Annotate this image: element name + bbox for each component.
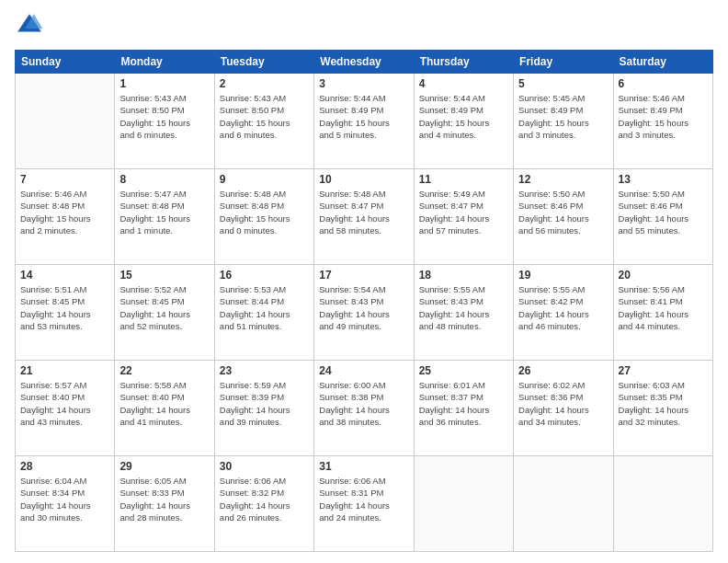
day-number: 16 — [220, 269, 309, 282]
day-number: 13 — [619, 173, 708, 186]
page: SundayMondayTuesdayWednesdayThursdayFrid… — [0, 0, 728, 563]
weekday-header: Friday — [514, 51, 613, 74]
day-number: 30 — [220, 460, 309, 473]
day-number: 22 — [119, 364, 209, 377]
weekday-header: Sunday — [16, 51, 115, 74]
calendar-cell: 22Sunrise: 5:58 AM Sunset: 8:40 PM Dayli… — [115, 361, 214, 456]
day-number: 25 — [419, 364, 508, 377]
weekday-header: Thursday — [414, 51, 513, 74]
calendar-cell: 9Sunrise: 5:48 AM Sunset: 8:48 PM Daylig… — [214, 169, 313, 265]
day-number: 7 — [20, 173, 109, 186]
calendar-cell — [414, 456, 513, 552]
day-info: Sunrise: 5:50 AM Sunset: 8:46 PM Dayligh… — [518, 188, 608, 236]
day-info: Sunrise: 6:06 AM Sunset: 8:31 PM Dayligh… — [319, 475, 408, 523]
calendar-week-row: 28Sunrise: 6:04 AM Sunset: 8:34 PM Dayli… — [16, 456, 713, 552]
day-info: Sunrise: 6:05 AM Sunset: 8:33 PM Dayligh… — [119, 475, 209, 523]
day-number: 27 — [619, 364, 708, 377]
day-info: Sunrise: 5:47 AM Sunset: 8:48 PM Dayligh… — [119, 188, 209, 236]
calendar-cell: 17Sunrise: 5:54 AM Sunset: 8:43 PM Dayli… — [314, 265, 414, 361]
day-info: Sunrise: 5:44 AM Sunset: 8:49 PM Dayligh… — [419, 92, 508, 141]
day-info: Sunrise: 6:01 AM Sunset: 8:37 PM Dayligh… — [419, 379, 508, 428]
day-info: Sunrise: 5:59 AM Sunset: 8:39 PM Dayligh… — [220, 379, 309, 428]
day-info: Sunrise: 5:48 AM Sunset: 8:47 PM Dayligh… — [319, 188, 408, 236]
day-info: Sunrise: 5:51 AM Sunset: 8:45 PM Dayligh… — [20, 283, 109, 332]
day-info: Sunrise: 5:46 AM Sunset: 8:48 PM Dayligh… — [20, 188, 109, 236]
calendar-cell: 15Sunrise: 5:52 AM Sunset: 8:45 PM Dayli… — [115, 265, 214, 361]
day-info: Sunrise: 6:02 AM Sunset: 8:36 PM Dayligh… — [518, 379, 608, 428]
day-info: Sunrise: 5:55 AM Sunset: 8:43 PM Dayligh… — [419, 283, 508, 332]
calendar-cell: 1Sunrise: 5:43 AM Sunset: 8:50 PM Daylig… — [115, 74, 214, 169]
calendar-cell: 13Sunrise: 5:50 AM Sunset: 8:46 PM Dayli… — [613, 169, 712, 265]
day-info: Sunrise: 6:03 AM Sunset: 8:35 PM Dayligh… — [619, 379, 708, 428]
day-info: Sunrise: 5:55 AM Sunset: 8:42 PM Dayligh… — [518, 283, 608, 332]
calendar-cell: 6Sunrise: 5:46 AM Sunset: 8:49 PM Daylig… — [613, 74, 712, 169]
logo-icon — [15, 11, 44, 40]
day-number: 31 — [319, 460, 408, 473]
day-info: Sunrise: 5:49 AM Sunset: 8:47 PM Dayligh… — [419, 188, 508, 236]
calendar-cell: 27Sunrise: 6:03 AM Sunset: 8:35 PM Dayli… — [613, 361, 712, 456]
day-number: 14 — [20, 269, 109, 282]
day-info: Sunrise: 6:00 AM Sunset: 8:38 PM Dayligh… — [319, 379, 408, 428]
calendar: SundayMondayTuesdayWednesdayThursdayFrid… — [15, 50, 713, 552]
day-number: 29 — [119, 460, 209, 473]
weekday-header: Monday — [115, 51, 214, 74]
day-number: 1 — [119, 77, 209, 90]
calendar-cell: 18Sunrise: 5:55 AM Sunset: 8:43 PM Dayli… — [414, 265, 513, 361]
calendar-week-row: 7Sunrise: 5:46 AM Sunset: 8:48 PM Daylig… — [16, 169, 713, 265]
day-info: Sunrise: 5:52 AM Sunset: 8:45 PM Dayligh… — [119, 283, 209, 332]
calendar-cell: 14Sunrise: 5:51 AM Sunset: 8:45 PM Dayli… — [16, 265, 115, 361]
calendar-cell — [613, 456, 712, 552]
day-info: Sunrise: 6:04 AM Sunset: 8:34 PM Dayligh… — [20, 475, 109, 523]
day-number: 19 — [518, 269, 608, 282]
weekday-header-row: SundayMondayTuesdayWednesdayThursdayFrid… — [16, 51, 713, 74]
day-info: Sunrise: 5:43 AM Sunset: 8:50 PM Dayligh… — [220, 92, 309, 141]
day-number: 8 — [119, 173, 209, 186]
calendar-cell: 12Sunrise: 5:50 AM Sunset: 8:46 PM Dayli… — [514, 169, 613, 265]
calendar-cell: 4Sunrise: 5:44 AM Sunset: 8:49 PM Daylig… — [414, 74, 513, 169]
day-info: Sunrise: 5:57 AM Sunset: 8:40 PM Dayligh… — [20, 379, 109, 428]
day-info: Sunrise: 5:44 AM Sunset: 8:49 PM Dayligh… — [319, 92, 408, 141]
calendar-cell: 25Sunrise: 6:01 AM Sunset: 8:37 PM Dayli… — [414, 361, 513, 456]
day-number: 26 — [518, 364, 608, 377]
calendar-week-row: 1Sunrise: 5:43 AM Sunset: 8:50 PM Daylig… — [16, 74, 713, 169]
day-number: 24 — [319, 364, 408, 377]
day-info: Sunrise: 5:45 AM Sunset: 8:49 PM Dayligh… — [518, 92, 608, 141]
calendar-cell: 11Sunrise: 5:49 AM Sunset: 8:47 PM Dayli… — [414, 169, 513, 265]
calendar-cell: 29Sunrise: 6:05 AM Sunset: 8:33 PM Dayli… — [115, 456, 214, 552]
calendar-cell: 16Sunrise: 5:53 AM Sunset: 8:44 PM Dayli… — [214, 265, 313, 361]
calendar-cell: 21Sunrise: 5:57 AM Sunset: 8:40 PM Dayli… — [16, 361, 115, 456]
day-info: Sunrise: 5:58 AM Sunset: 8:40 PM Dayligh… — [119, 379, 209, 428]
day-info: Sunrise: 5:53 AM Sunset: 8:44 PM Dayligh… — [220, 283, 309, 332]
day-number: 9 — [220, 173, 309, 186]
calendar-cell: 31Sunrise: 6:06 AM Sunset: 8:31 PM Dayli… — [314, 456, 414, 552]
day-info: Sunrise: 5:54 AM Sunset: 8:43 PM Dayligh… — [319, 283, 408, 332]
calendar-cell — [16, 74, 115, 169]
calendar-cell: 19Sunrise: 5:55 AM Sunset: 8:42 PM Dayli… — [514, 265, 613, 361]
day-number: 10 — [319, 173, 408, 186]
calendar-cell: 20Sunrise: 5:56 AM Sunset: 8:41 PM Dayli… — [613, 265, 712, 361]
day-number: 18 — [419, 269, 508, 282]
day-number: 12 — [518, 173, 608, 186]
weekday-header: Tuesday — [214, 51, 313, 74]
day-number: 2 — [220, 77, 309, 90]
calendar-cell: 26Sunrise: 6:02 AM Sunset: 8:36 PM Dayli… — [514, 361, 613, 456]
day-number: 23 — [220, 364, 309, 377]
day-info: Sunrise: 5:43 AM Sunset: 8:50 PM Dayligh… — [119, 92, 209, 141]
calendar-cell: 23Sunrise: 5:59 AM Sunset: 8:39 PM Dayli… — [214, 361, 313, 456]
calendar-cell: 3Sunrise: 5:44 AM Sunset: 8:49 PM Daylig… — [314, 74, 414, 169]
calendar-cell: 24Sunrise: 6:00 AM Sunset: 8:38 PM Dayli… — [314, 361, 414, 456]
day-info: Sunrise: 5:50 AM Sunset: 8:46 PM Dayligh… — [619, 188, 708, 236]
weekday-header: Wednesday — [314, 51, 414, 74]
day-number: 20 — [619, 269, 708, 282]
calendar-cell: 28Sunrise: 6:04 AM Sunset: 8:34 PM Dayli… — [16, 456, 115, 552]
day-number: 28 — [20, 460, 109, 473]
logo — [15, 11, 48, 40]
day-info: Sunrise: 5:48 AM Sunset: 8:48 PM Dayligh… — [220, 188, 309, 236]
day-number: 11 — [419, 173, 508, 186]
day-info: Sunrise: 5:56 AM Sunset: 8:41 PM Dayligh… — [619, 283, 708, 332]
day-number: 6 — [619, 77, 708, 90]
day-number: 15 — [119, 269, 209, 282]
day-number: 17 — [319, 269, 408, 282]
calendar-week-row: 14Sunrise: 5:51 AM Sunset: 8:45 PM Dayli… — [16, 265, 713, 361]
calendar-cell — [514, 456, 613, 552]
